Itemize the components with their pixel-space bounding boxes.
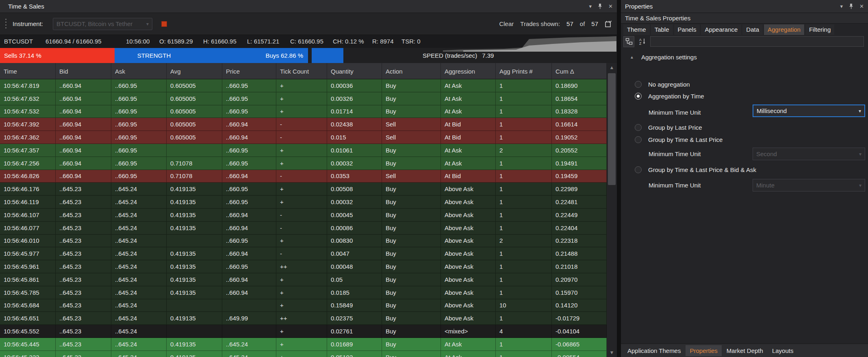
column-header-bid[interactable]: Bid [56, 63, 111, 79]
table-row[interactable]: 10:56:47.819..660.94..660.950.605005..66… [0, 79, 607, 92]
chevron-down-icon[interactable]: ▾ [840, 3, 843, 9]
cell-agg-prints: 1 [496, 118, 552, 131]
cell-bid: ..645.23 [56, 183, 111, 196]
table-row[interactable]: 10:56:46.107..645.23..645.240.419135..66… [0, 209, 607, 222]
column-header-aggression[interactable]: Aggression [441, 63, 496, 79]
table-row[interactable]: 10:56:46.077..645.23..645.240.419135..66… [0, 222, 607, 235]
properties-search-input[interactable] [650, 36, 864, 47]
table-scrollbar[interactable]: ▲ ▼ [607, 63, 617, 357]
cell-cum: 0.22989 [552, 183, 607, 196]
column-header-ask[interactable]: Ask [111, 63, 167, 79]
tab-market-depth[interactable]: Market Depth [723, 345, 767, 356]
table-row[interactable]: 10:56:45.684..645.23..645.24+0.15849BuyA… [0, 299, 607, 312]
column-header-quantity[interactable]: Quantity [327, 63, 382, 79]
pin-icon[interactable] [597, 3, 603, 9]
radio-no-aggregation[interactable]: No aggregation [635, 80, 690, 89]
cell-cum: 0.22449 [552, 209, 607, 222]
cell-tick-count: - [276, 222, 327, 235]
table-row[interactable]: 10:56:45.552..645.23..645.24+0.02761Buy<… [0, 325, 607, 338]
cell-avg: 0.605005 [167, 105, 222, 118]
panel-splitter[interactable] [617, 0, 621, 357]
cell-ask: ..645.24 [111, 183, 167, 196]
clear-button[interactable]: Clear [499, 20, 514, 27]
table-row[interactable]: 10:56:46.826..660.94..660.950.71078..660… [0, 170, 607, 183]
alphabetical-sort-button[interactable]: A Z [637, 36, 648, 47]
table-row[interactable]: 10:56:45.785..645.23..645.240.419135..66… [0, 286, 607, 299]
tab-appearance[interactable]: Appearance [701, 24, 741, 35]
tab-panels[interactable]: Panels [674, 24, 700, 35]
cell-aggression: Above Ask [441, 299, 496, 312]
close-icon[interactable]: ✕ [608, 3, 613, 9]
chevron-down-icon[interactable]: ▾ [589, 3, 592, 9]
cell-agg-prints: 1 [496, 157, 552, 170]
tab-data[interactable]: Data [742, 24, 763, 35]
cell-avg: 0.419135 [167, 273, 222, 286]
radio-icon [635, 81, 642, 88]
radio-aggregation-by-time[interactable]: Aggregation by Time [635, 91, 704, 100]
radio-group-by-time-lp-bid-ask[interactable]: Group by Time & Last Price & Bid & Ask [635, 165, 756, 174]
cell-agg-prints: 1 [496, 170, 552, 183]
column-header-tick-count[interactable]: Tick Count [276, 63, 327, 79]
cell-avg: 0.71078 [167, 170, 222, 183]
table-row[interactable]: 10:56:45.651..645.23..645.240.419135..64… [0, 312, 607, 325]
calendar-check-icon[interactable] [605, 20, 612, 28]
cell-action: Buy [382, 196, 441, 209]
table-row[interactable]: 10:56:45.961..645.23..645.240.419135..66… [0, 260, 607, 273]
tab-application-themes[interactable]: Application Themes [623, 345, 685, 356]
table-row[interactable]: 10:56:47.256..660.94..660.950.71078..660… [0, 157, 607, 170]
cell-quantity: 0.01714 [327, 105, 382, 118]
column-header-price[interactable]: Price [222, 63, 276, 79]
scroll-down-icon[interactable]: ▼ [607, 348, 617, 357]
table-row[interactable]: 10:56:45.323..645.23..645.240.419135..64… [0, 351, 607, 357]
column-header-action[interactable]: Action [382, 63, 441, 79]
cell-ask: ..660.95 [111, 131, 167, 144]
pin-icon[interactable] [848, 3, 854, 9]
tab-layouts[interactable]: Layouts [768, 345, 798, 356]
radio-group-by-last-price[interactable]: Group by Last Price [635, 123, 702, 132]
cell-tick-count: + [276, 144, 327, 157]
cell-quantity: 0.01689 [327, 338, 382, 351]
cell-cum: 0.22481 [552, 196, 607, 209]
scrollbar-thumb[interactable] [608, 73, 616, 185]
tab-aggregation[interactable]: Aggregation [764, 24, 804, 35]
strength-bar: Sells 37.14 % Buys 62.86 % [0, 48, 308, 63]
table-row[interactable]: 10:56:45.445..645.23..645.240.419135..64… [0, 338, 607, 351]
cell-action: Buy [382, 312, 441, 325]
cell-time: 10:56:46.826 [0, 170, 56, 183]
column-header-avg[interactable]: Avg [167, 63, 222, 79]
cell-time: 10:56:47.632 [0, 92, 56, 105]
cell-cum: 0.22404 [552, 222, 607, 235]
tab-properties[interactable]: Properties [686, 345, 721, 356]
settings-group-header[interactable]: ▲ Aggregation settings [630, 54, 697, 61]
min-time-unit-dropdown-1[interactable]: Millisecond ▾ [753, 104, 865, 117]
tab-table[interactable]: Table [651, 24, 673, 35]
table-row[interactable]: 10:56:47.392..660.94..660.950.605005..66… [0, 118, 607, 131]
table-row[interactable]: 10:56:47.357..660.94..660.95..660.95+0.0… [0, 144, 607, 157]
table-row[interactable]: 10:56:47.362..660.94..660.950.605005..66… [0, 131, 607, 144]
cell-aggression: <mixed> [441, 325, 496, 338]
table-row[interactable]: 10:56:47.632..660.94..660.950.605005..66… [0, 92, 607, 105]
scroll-up-icon[interactable]: ▲ [607, 63, 617, 72]
cell-action: Buy [382, 351, 441, 357]
properties-tabs: ThemeTablePanelsAppearanceDataAggregatio… [621, 24, 868, 35]
cell-ask: ..660.95 [111, 105, 167, 118]
table-row[interactable]: 10:56:47.532..660.94..660.950.605005..66… [0, 105, 607, 118]
table-row[interactable]: 10:56:45.861..645.23..645.240.419135..66… [0, 273, 607, 286]
categorized-view-button[interactable] [623, 36, 634, 47]
tab-theme[interactable]: Theme [623, 24, 650, 35]
column-header-cum[interactable]: Cum Δ [552, 63, 607, 79]
column-header-agg-prints[interactable]: Agg Prints # [496, 63, 552, 79]
tab-filtering[interactable]: Filtering [805, 24, 834, 35]
cell-time: 10:56:46.077 [0, 222, 56, 235]
close-icon[interactable]: ✕ [859, 3, 864, 9]
cell-ask: ..645.24 [111, 338, 167, 351]
column-header-time[interactable]: Time [0, 63, 56, 79]
table-row[interactable]: 10:56:45.977..645.23..645.240.419135..66… [0, 247, 607, 260]
record-indicator-icon[interactable] [161, 21, 167, 27]
table-row[interactable]: 10:56:46.119..645.23..645.240.419135..66… [0, 196, 607, 209]
radio-group-by-time-last-price[interactable]: Group by Time & Last Price [635, 135, 723, 144]
table-row[interactable]: 10:56:46.010..645.23..645.24..660.95+0.0… [0, 235, 607, 248]
drag-handle-icon[interactable] [5, 18, 7, 30]
table-row[interactable]: 10:56:46.176..645.23..645.240.419135..66… [0, 183, 607, 196]
instrument-combobox[interactable]: BTCUSDT, Bitcoin vs Tether ▾ [53, 18, 152, 30]
